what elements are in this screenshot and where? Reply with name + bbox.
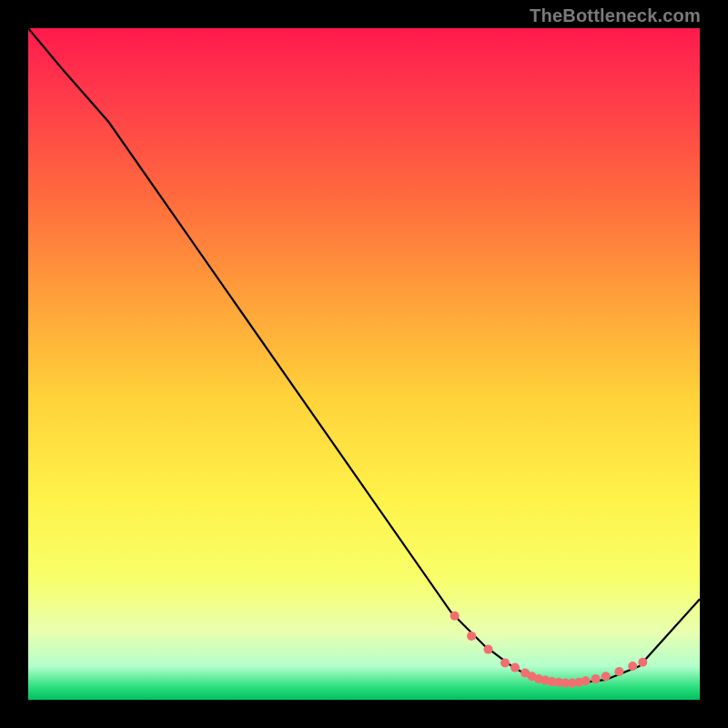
attribution-text: TheBottleneck.com <box>530 5 701 26</box>
curve-marker <box>484 645 493 654</box>
curve-marker <box>500 658 510 667</box>
curve-marker <box>450 612 460 621</box>
curve-marker <box>628 662 637 671</box>
chart-overlay <box>28 28 700 700</box>
curve-marker <box>467 632 476 641</box>
curve-marker <box>592 674 601 683</box>
chart-frame: TheBottleneck.com <box>0 0 728 728</box>
curve-marker <box>614 667 623 676</box>
bottleneck-curve <box>28 28 700 683</box>
curve-marker <box>638 658 647 667</box>
curve-marker <box>602 672 611 681</box>
curve-marker <box>511 663 520 672</box>
curve-markers <box>450 612 648 688</box>
curve-marker <box>581 676 591 685</box>
